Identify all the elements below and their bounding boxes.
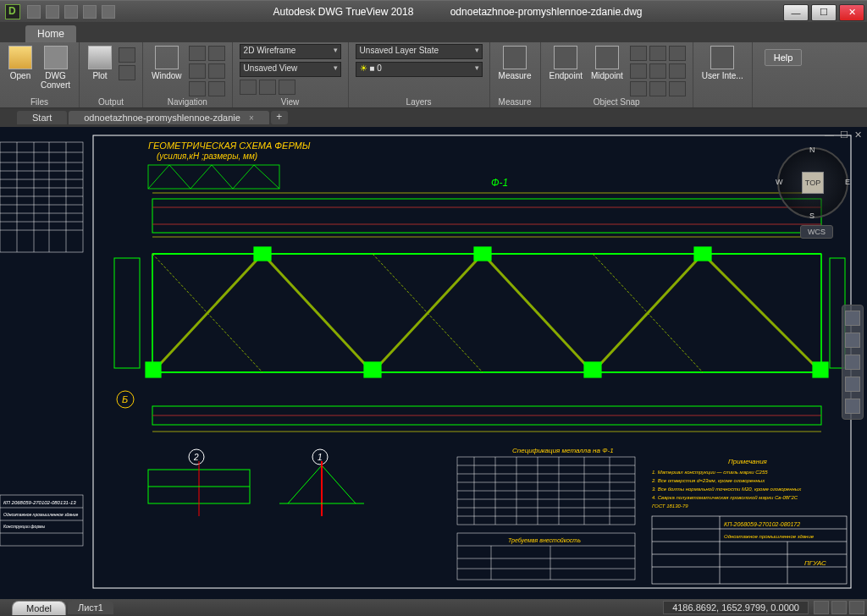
panel-osnap: Endpoint Midpoint Object Snap: [541, 42, 693, 107]
layout-tab[interactable]: Лист1: [68, 601, 113, 614]
svg-rect-0: [0, 142, 83, 252]
layer-dropdown[interactable]: ☀ ■ 0: [356, 62, 483, 77]
svg-rect-42: [694, 247, 711, 261]
osnap-icon-5[interactable]: [649, 63, 666, 79]
panel-navigation: Window Navigation: [143, 42, 233, 107]
dwg-convert-button[interactable]: DWG Convert: [39, 44, 72, 91]
drawing-viewport[interactable]: — ☐ ✕ КП 2068059-270102-080131-13 Одноэт…: [0, 127, 867, 599]
osnap-icon-9[interactable]: [669, 81, 686, 96]
panel-files: Open DWG Convert Files: [0, 42, 80, 107]
panel-layers: Unsaved Layer State ☀ ■ 0 Layers: [349, 42, 490, 107]
open-button[interactable]: Open: [7, 44, 34, 82]
vp-close-icon[interactable]: ✕: [854, 129, 862, 140]
svg-text:2. Все отверстия d=23мм, кроме: 2. Все отверстия d=23мм, кроме оговоренн…: [651, 478, 765, 483]
vp-min-icon[interactable]: —: [825, 129, 834, 140]
window-zoom-button[interactable]: Window: [150, 44, 184, 82]
app-icon[interactable]: [5, 4, 20, 19]
zoom-window-icon: [155, 46, 179, 69]
svg-text:ПГУАС: ПГУАС: [804, 559, 826, 567]
showmotion-icon[interactable]: [845, 399, 860, 414]
maximize-button[interactable]: ☐: [811, 4, 837, 21]
osnap-midpoint-button[interactable]: Midpoint: [589, 44, 625, 82]
titlebar: Autodesk DWG TrueView 2018 odnoetazhnoe-…: [0, 0, 867, 22]
printer-icon: [88, 46, 112, 69]
add-tab-button[interactable]: +: [271, 111, 288, 124]
measure-button[interactable]: Measure: [497, 44, 533, 82]
navwheel-icon[interactable]: [845, 311, 860, 326]
minimize-button[interactable]: —: [783, 4, 809, 21]
tab-home[interactable]: Home: [25, 25, 76, 42]
viewcube-top-face[interactable]: TOP: [802, 172, 824, 194]
qat-plot-icon[interactable]: [64, 5, 78, 19]
status-icon-1[interactable]: [814, 601, 829, 614]
svg-rect-44: [114, 258, 140, 368]
nav-icon-b[interactable]: [208, 81, 225, 96]
folder-icon: [8, 46, 32, 69]
plot-preview-icon[interactable]: [119, 47, 135, 63]
wcs-badge[interactable]: WCS: [800, 225, 833, 239]
osnap-icon-8[interactable]: [649, 81, 666, 96]
status-icon-3[interactable]: [849, 601, 864, 614]
svg-text:Конструкции формы: Конструкции формы: [3, 524, 46, 529]
orbit-icon[interactable]: [208, 46, 225, 61]
zoom-prev-icon[interactable]: [208, 63, 225, 79]
page-setup-icon[interactable]: [119, 65, 135, 80]
osnap-icon-2[interactable]: [649, 46, 666, 61]
midpoint-icon: [595, 46, 619, 69]
osnap-icon-7[interactable]: [630, 81, 647, 96]
svg-rect-41: [584, 362, 601, 377]
status-icon-2[interactable]: [831, 601, 847, 614]
viewport-controls: — ☐ ✕: [825, 129, 862, 140]
svg-rect-40: [474, 247, 491, 261]
zoom-extents-icon[interactable]: [189, 63, 206, 79]
coordinate-readout: 4186.8692, 1652.9799, 0.0000: [663, 601, 809, 614]
view-icon-2[interactable]: [259, 80, 276, 95]
svg-text:КП-2068059-270102-080172: КП-2068059-270102-080172: [724, 521, 800, 527]
qat-redo-icon[interactable]: [102, 5, 115, 19]
svg-rect-27: [152, 199, 821, 233]
navigation-bar: [842, 305, 864, 420]
osnap-icon-1[interactable]: [630, 46, 647, 61]
view-icon-3[interactable]: [279, 80, 295, 95]
panel-measure: Measure Measure: [490, 42, 541, 107]
quick-access-toolbar: [27, 5, 115, 19]
svg-text:3. Все болты нормальной точнос: 3. Все болты нормальной точности М20, кр…: [652, 487, 802, 492]
svg-text:КП 2068059-270102-080131-13: КП 2068059-270102-080131-13: [3, 500, 76, 505]
svg-text:4. Сварка полуавтоматическая п: 4. Сварка полуавтоматическая проволокой …: [652, 495, 798, 500]
svg-text:ГОСТ 18130-79: ГОСТ 18130-79: [652, 503, 688, 509]
qat-undo-icon[interactable]: [83, 5, 97, 19]
osnap-icon-4[interactable]: [630, 63, 647, 79]
model-tab[interactable]: Model: [12, 601, 66, 615]
pan-icon[interactable]: [189, 46, 206, 61]
osnap-icon-6[interactable]: [669, 63, 686, 79]
zoom-tool-icon[interactable]: [845, 355, 860, 370]
qat-open-icon[interactable]: [27, 5, 41, 19]
view-icon-1[interactable]: [240, 80, 257, 95]
tab-start[interactable]: Start: [17, 111, 67, 124]
panel-help: Help: [753, 42, 815, 107]
nav-icon-a[interactable]: [189, 81, 206, 96]
viewcube[interactable]: TOP N E S W: [777, 147, 848, 218]
convert-icon: [44, 46, 68, 69]
orbit-tool-icon[interactable]: [845, 377, 860, 392]
visual-style-dropdown[interactable]: 2D Wireframe: [240, 44, 341, 59]
user-interface-button[interactable]: User Inte...: [700, 44, 745, 82]
close-button[interactable]: ✕: [839, 4, 864, 21]
osnap-endpoint-button[interactable]: Endpoint: [548, 44, 584, 82]
help-button[interactable]: Help: [765, 49, 803, 66]
svg-text:1. Материал конструкции — стал: 1. Материал конструкции — сталь марки С2…: [652, 470, 768, 475]
panel-view: 2D Wireframe Unsaved View View: [233, 42, 349, 107]
qat-save-icon[interactable]: [46, 5, 59, 19]
svg-rect-39: [364, 362, 381, 377]
vp-max-icon[interactable]: ☐: [840, 129, 848, 140]
close-tab-icon[interactable]: ×: [249, 113, 254, 123]
layer-state-dropdown[interactable]: Unsaved Layer State: [356, 44, 483, 59]
tab-file[interactable]: odnoetazhnoe-promyshlennoe-zdanie×: [69, 111, 269, 124]
plot-button[interactable]: Plot: [86, 44, 113, 82]
pan-tool-icon[interactable]: [845, 333, 860, 348]
svg-text:Одноэтажное промышленное здани: Одноэтажное промышленное здание: [724, 534, 815, 539]
saved-view-dropdown[interactable]: Unsaved View: [240, 62, 341, 77]
ribbon: Open DWG Convert Files Plot Output Windo…: [0, 42, 867, 108]
osnap-icon-3[interactable]: [669, 46, 686, 61]
drawing-canvas[interactable]: КП 2068059-270102-080131-13 Одноэтажное …: [0, 127, 867, 599]
